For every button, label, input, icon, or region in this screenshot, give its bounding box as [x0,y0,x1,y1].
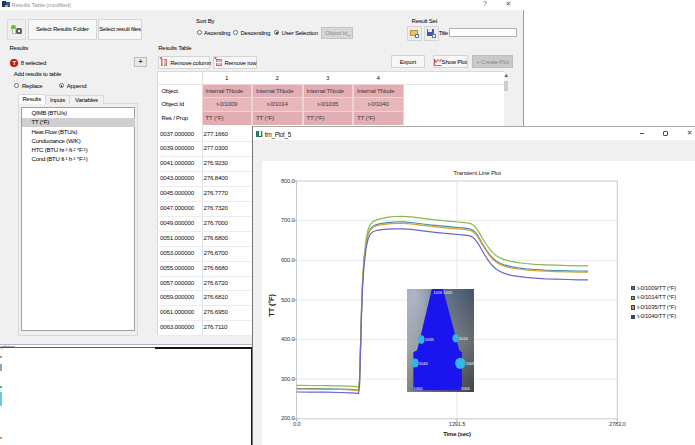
svg-text:1035: 1035 [424,337,434,342]
svg-text:1009: 1009 [465,361,474,366]
svg-text:1040: 1040 [418,360,428,365]
svg-text:1026: 1026 [433,290,443,295]
svg-text:1064: 1064 [460,386,470,391]
svg-text:1060: 1060 [413,386,423,391]
svg-text:1014: 1014 [458,336,468,341]
svg-text:1025: 1025 [443,290,453,295]
